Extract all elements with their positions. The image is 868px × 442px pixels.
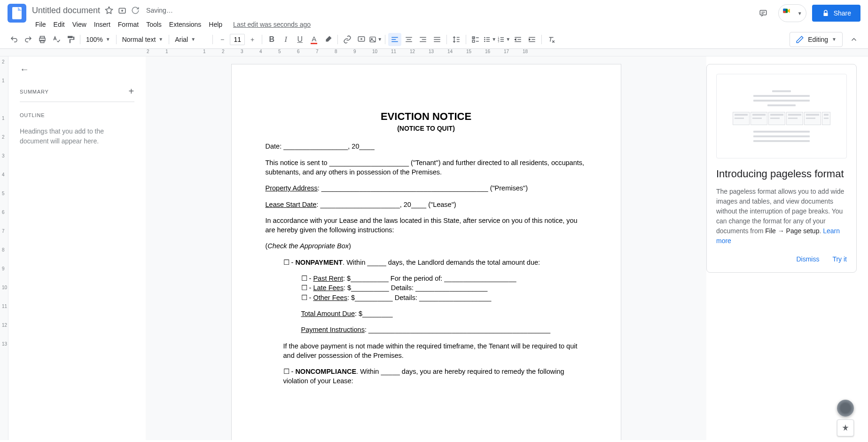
outline-placeholder: Headings that you add to the document wi… [20,126,134,146]
doc-text: ☐ - NONPAYMENT. Within _____ days, the L… [283,258,587,267]
line-spacing-button[interactable] [450,33,463,46]
paint-format-button[interactable] [64,33,77,46]
font-select[interactable]: Arial▼ [172,34,210,45]
comments-button[interactable] [754,4,773,23]
cloud-status-icon [131,6,140,15]
docs-logo-icon[interactable] [8,4,26,23]
svg-rect-13 [472,40,475,42]
try-it-button[interactable]: Try it [832,255,847,263]
card-preview-image [716,74,847,158]
spellcheck-button[interactable] [50,33,63,46]
font-size-increase-button[interactable]: + [246,33,259,46]
collapse-toolbar-button[interactable] [847,33,860,46]
print-button[interactable] [36,33,49,46]
pageless-promo-card: Introducing pageless format The pageless… [706,64,857,273]
doc-text: Lease Start Date: _____________________,… [266,200,587,209]
menu-tools[interactable]: Tools [143,19,165,30]
menu-edit[interactable]: Edit [50,19,68,30]
menu-help[interactable]: Help [205,19,226,30]
share-label: Share [834,9,851,17]
add-comment-button[interactable] [355,33,368,46]
doc-text: Property Address: ______________________… [266,183,587,193]
document-page[interactable]: EVICTION NOTICE (NOTICE TO QUIT) Date: _… [231,64,621,440]
style-select[interactable]: Normal text▼ [119,34,166,45]
align-justify-button[interactable] [430,33,444,46]
close-outline-button[interactable]: ← [20,64,134,75]
align-left-button[interactable] [388,33,401,46]
svg-point-15 [484,39,485,40]
highlight-button[interactable] [321,33,335,46]
menu-bar: File Edit View Insert Format Tools Exten… [32,18,754,31]
app-header: Untitled document Saving… File Edit View… [0,0,868,30]
document-title[interactable]: Untitled document [32,6,100,16]
insert-image-button[interactable]: ▼ [369,33,382,46]
menu-file[interactable]: File [32,19,49,30]
doc-text: ☐ - Late Fees: $__________ Details: ____… [301,283,587,292]
grammarly-icon[interactable] [837,400,854,417]
doc-title: EVICTION NOTICE [266,110,587,124]
decrease-indent-button[interactable] [511,33,524,46]
vertical-ruler[interactable]: 2112345678910111213 [0,56,8,440]
insert-link-button[interactable] [341,33,354,46]
font-size-input[interactable] [230,34,245,45]
doc-text: Date: _________________, 20____ [266,142,587,151]
editing-mode-label: Editing [808,36,828,43]
doc-text: ☐ - Past Rent: $__________ For the perio… [301,274,587,283]
doc-text: In accordance with your Lease and the la… [266,216,587,235]
doc-text: ☐ - Other Fees: $__________ Details: ___… [301,293,587,302]
undo-button[interactable] [8,33,21,46]
star-icon[interactable] [105,6,113,15]
svg-point-14 [484,37,485,38]
text-color-button[interactable]: A [307,33,321,46]
pencil-icon [796,35,804,44]
summary-label: SUMMARY [20,89,49,95]
svg-point-16 [484,40,485,42]
menu-view[interactable]: View [69,19,90,30]
move-icon[interactable] [118,6,126,15]
svg-rect-4 [783,11,785,13]
svg-rect-1 [760,10,766,15]
lock-icon [821,9,830,17]
bulleted-list-button[interactable]: ▼ [483,33,496,46]
card-body: The pageless format allows you to add wi… [716,187,847,246]
font-size-decrease-button[interactable]: − [216,33,229,46]
svg-text:3: 3 [498,40,500,43]
chevron-down-icon: ▼ [832,37,837,42]
menu-insert[interactable]: Insert [91,19,114,30]
italic-button[interactable]: I [279,33,292,46]
zoom-select[interactable]: 100%▼ [83,34,113,45]
last-edit-link[interactable]: Last edit was seconds ago [233,21,311,28]
horizontal-ruler[interactable]: 21123456789101112131415161718 [0,49,868,56]
page-canvas[interactable]: EVICTION NOTICE (NOTICE TO QUIT) Date: _… [146,56,706,440]
svg-rect-3 [783,9,785,11]
editing-mode-select[interactable]: Editing ▼ [790,32,843,47]
doc-text: Payment Instructions: __________________… [301,325,587,334]
doc-text: This notice is sent to _________________… [266,158,587,177]
dismiss-button[interactable]: Dismiss [796,255,819,263]
svg-rect-5 [823,13,828,16]
doc-text: Total Amount Due: $________ [301,309,587,318]
redo-button[interactable] [22,33,35,46]
menu-format[interactable]: Format [115,19,142,30]
chevron-down-icon: ▼ [798,11,802,16]
clear-formatting-button[interactable] [545,33,558,46]
toolbar: 100%▼ Normal text▼ Arial▼ − + B I U A ▼ … [0,30,868,49]
align-right-button[interactable] [416,33,430,46]
share-button[interactable]: Share [812,5,860,22]
increase-indent-button[interactable] [525,33,539,46]
meet-button[interactable]: ▼ [778,4,806,22]
doc-subtitle: (NOTICE TO QUIT) [266,124,587,134]
numbered-list-button[interactable]: 123▼ [497,33,510,46]
doc-text: If the above payment is not made within … [283,341,587,361]
outline-label: OUTLINE [20,112,134,118]
add-summary-button[interactable]: + [129,86,134,97]
outline-panel: ← SUMMARY + OUTLINE Headings that you ad… [8,56,146,440]
underline-button[interactable]: U [293,33,306,46]
checklist-button[interactable] [469,33,482,46]
menu-extensions[interactable]: Extensions [166,19,204,30]
saving-status: Saving… [146,7,173,14]
explore-button[interactable] [837,419,854,436]
doc-text: (Check the Appropriate Box) [266,241,587,251]
bold-button[interactable]: B [265,33,278,46]
align-center-button[interactable] [402,33,415,46]
